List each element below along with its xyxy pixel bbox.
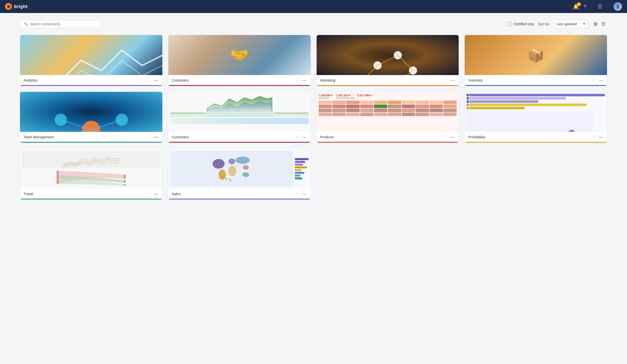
help-button[interactable]: ? [584,4,586,10]
more-button-marketing[interactable]: ••• [450,78,455,83]
card-accent-analytics [20,85,162,86]
card-accent-sales [168,199,311,199]
svg-point-13 [228,166,236,176]
card-actions-profitability: ♡ ••• [592,134,603,140]
card-footer-team: Team Management ♡ ••• [20,132,162,142]
svg-point-10 [212,159,224,169]
svg-point-20 [229,178,230,179]
favorite-button-team[interactable]: ♡ [147,134,151,140]
card-footer-sales: Sales ♡ ••• [168,189,311,199]
more-button-profitability[interactable]: ••• [598,135,603,140]
card-footer-profitability: Profitability ♡ ••• [465,132,607,142]
card-products[interactable]: 7,558,985▼ Gross Sales 7,281,020▼ Planne… [317,92,459,143]
more-button-team[interactable]: ••• [154,135,159,140]
card-thumb-analytics [20,35,162,75]
card-thumb-inventory [465,35,607,75]
logo[interactable]: bright [5,3,28,10]
grid-view-button[interactable]: ⊞ [592,20,599,28]
card-actions-products: ♡ ••• [443,134,455,140]
card-thumb-customers2 [168,92,311,132]
favorite-button-customers[interactable]: ♡ [295,78,300,83]
favorite-button-sales[interactable]: ♡ [295,191,300,197]
more-button-travel[interactable]: ••• [154,191,159,197]
favorite-button-analytics[interactable]: ♡ [147,78,151,83]
card-title-marketing: Marketing [320,78,444,82]
favorite-button-customers2[interactable]: ♡ [295,134,300,140]
svg-point-11 [218,169,226,180]
card-thumb-marketing [317,35,459,75]
profitability-bars [467,94,605,109]
card-footer-products: Products ♡ ••• [317,132,459,142]
card-analytics[interactable]: Analytics ♡ ••• [20,35,162,86]
svg-point-18 [225,178,226,179]
card-title-travel: Travel [24,192,147,196]
card-accent-marketing [317,85,459,86]
favorite-button-inventory[interactable]: ♡ [592,78,596,83]
favorite-button-marketing[interactable]: ♡ [443,78,448,83]
card-actions-customers2: ♡ ••• [295,134,307,140]
sort-by-label: Sort by [538,22,549,26]
svg-point-14 [235,157,250,164]
app-name: bright [14,4,28,9]
more-button-products[interactable]: ••• [450,135,455,140]
card-customers2[interactable]: Customers ♡ ••• [168,92,311,143]
toolbar: 🔍 Certified only Sort by Last updated Na… [20,20,607,28]
more-button-customers[interactable]: ••• [302,78,307,83]
svg-point-16 [243,165,248,170]
more-button-customers2[interactable]: ••• [302,135,307,140]
sales-bars [295,151,309,187]
nav-icons: 🔔 5 ? ☰ 👤 [573,2,622,11]
notifications-button[interactable]: 🔔 5 [573,4,579,10]
sort-select[interactable]: Last updated Name Date created [553,20,588,28]
card-thumb-customers [168,35,311,75]
card-title-sales: Sales [172,192,295,196]
card-accent-customers2 [168,142,311,143]
card-profitability[interactable]: Profitability ♡ ••• [465,92,607,143]
favorite-button-profitability[interactable]: ♡ [592,134,596,140]
card-footer-analytics: Analytics ♡ ••• [20,75,162,85]
card-travel[interactable]: Travel ♡ ••• [20,149,162,199]
card-thumb-sales [168,149,311,189]
favorite-button-products[interactable]: ♡ [443,134,448,140]
notification-badge: 5 [577,2,581,6]
svg-point-19 [226,179,228,180]
search-input[interactable] [30,22,96,26]
card-footer-travel: Travel ♡ ••• [20,189,162,199]
more-button-analytics[interactable]: ••• [154,78,159,83]
top-navigation: bright 🔔 5 ? ☰ 👤 [0,0,627,13]
card-accent-products [317,142,459,143]
user-avatar[interactable]: 👤 [613,2,622,11]
list-view-button[interactable]: ☰ [600,20,607,28]
svg-rect-7 [123,175,126,179]
products-kpis: 7,558,985▼ Gross Sales 7,281,020▼ Planne… [319,94,457,99]
search-box: 🔍 [20,20,100,28]
view-toggle: ⊞ ☰ [592,20,607,28]
certified-checkbox-input[interactable] [508,22,512,26]
card-sales[interactable]: Sales ♡ ••• [168,149,311,199]
sales-world-map [170,151,293,187]
more-button-sales[interactable]: ••• [302,191,307,197]
card-marketing[interactable]: Marketing ♡ ••• [317,35,459,86]
favorite-button-travel[interactable]: ♡ [147,191,151,197]
svg-point-21 [230,180,231,181]
card-actions-inventory: ♡ ••• [592,78,603,83]
main-content: 🔍 Certified only Sort by Last updated Na… [0,13,627,209]
card-team-management[interactable]: Team Management ♡ ••• [20,92,162,143]
nav-divider [592,3,592,10]
more-button-inventory[interactable]: ••• [598,78,603,83]
logo-icon [5,3,12,10]
card-actions-marketing: ♡ ••• [443,78,455,83]
certified-only-checkbox[interactable]: Certified only [508,22,534,26]
card-title-products: Products [320,135,444,139]
travel-sankey [22,169,160,187]
card-customers[interactable]: Customers ♡ ••• [168,35,311,86]
customers2-area-chart [170,94,309,111]
card-actions-analytics: ♡ ••• [147,78,159,83]
card-accent-travel [20,199,162,199]
table-row [170,112,309,114]
travel-line-chart [22,151,160,168]
card-footer-customers: Customers ♡ ••• [168,75,311,85]
card-inventory[interactable]: Inventory ♡ ••• [465,35,607,86]
menu-button[interactable]: ☰ [598,4,602,10]
card-title-profitability: Profitability [468,135,592,139]
